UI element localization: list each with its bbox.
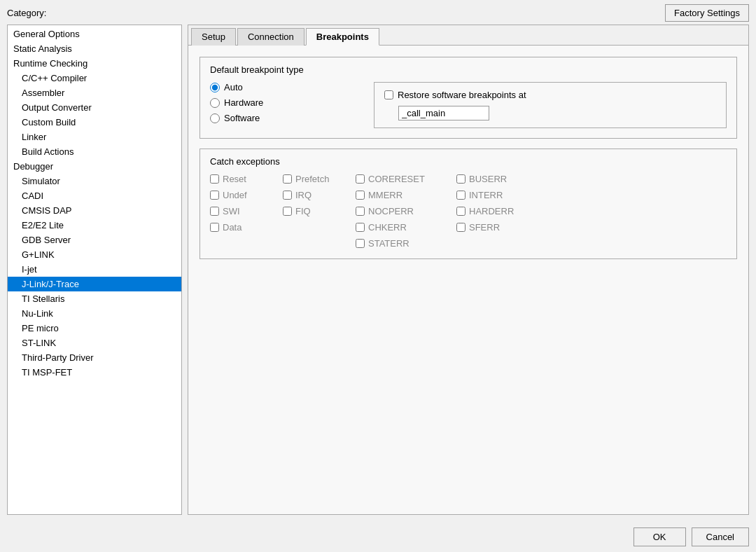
- sidebar-item-third-party-driver[interactable]: Third-Party Driver: [8, 350, 181, 365]
- radio-auto-label: Auto: [224, 82, 243, 92]
- sidebar-item-i-jet[interactable]: I-jet: [8, 262, 181, 277]
- sidebar-item-custom-build[interactable]: Custom Build: [8, 115, 181, 130]
- check-interr-input[interactable]: [456, 191, 465, 200]
- check-reset-input[interactable]: [210, 174, 219, 184]
- check-swi[interactable]: SWI: [210, 206, 280, 216]
- check-sferr-input[interactable]: [456, 223, 465, 232]
- sidebar-item-ti-msp-fet[interactable]: TI MSP-FET: [8, 365, 181, 380]
- check-fiq-input[interactable]: [283, 207, 292, 216]
- check-buserr[interactable]: BUSERR: [456, 174, 540, 184]
- check-prefetch-label: Prefetch: [295, 174, 329, 184]
- check-chkerr-input[interactable]: [356, 223, 365, 232]
- tab-setup[interactable]: Setup: [191, 28, 236, 46]
- check-harderr-label: HARDERR: [469, 206, 514, 216]
- sidebar-item-ti-stellaris[interactable]: TI Stellaris: [8, 291, 181, 306]
- sidebar-item-c-cpp-compiler[interactable]: C/C++ Compiler: [8, 71, 181, 85]
- check-buserr-label: BUSERR: [469, 174, 507, 184]
- check-irq-label: IRQ: [295, 190, 312, 200]
- radio-software-label: Software: [224, 113, 260, 123]
- sidebar-item-e2-e2-lite[interactable]: E2/E2 Lite: [8, 218, 181, 233]
- check-sferr[interactable]: SFERR: [456, 222, 540, 233]
- radio-software[interactable]: Software: [210, 113, 364, 123]
- sidebar-item-jlink-jtrace[interactable]: J-Link/J-Trace: [8, 277, 181, 291]
- ok-button[interactable]: OK: [634, 527, 686, 546]
- radio-auto[interactable]: Auto: [210, 82, 364, 92]
- sidebar-item-cadi[interactable]: CADI: [8, 188, 181, 203]
- radio-hardware-label: Hardware: [224, 97, 263, 108]
- bp-left: Auto Hardware Software: [210, 82, 364, 123]
- tab-panel: SetupConnectionBreakpoints Default break…: [188, 25, 749, 515]
- radio-hardware-input[interactable]: [210, 98, 220, 108]
- check-irq-input[interactable]: [283, 191, 292, 200]
- check-staterr-label: STATERR: [368, 238, 410, 249]
- check-mmerr[interactable]: MMERR: [356, 190, 454, 200]
- sidebar-item-runtime-checking[interactable]: Runtime Checking: [8, 56, 181, 71]
- default-bp-section-title: Default breakpoint type: [210, 64, 727, 75]
- sidebar-item-cmsis-dap[interactable]: CMSIS DAP: [8, 203, 181, 218]
- sidebar-item-simulator[interactable]: Simulator: [8, 174, 181, 188]
- radio-auto-input[interactable]: [210, 83, 220, 92]
- radio-hardware[interactable]: Hardware: [210, 97, 364, 108]
- main-content: SetupConnectionBreakpoints Default break…: [188, 25, 749, 515]
- sidebar: General OptionsStatic AnalysisRuntime Ch…: [7, 25, 182, 515]
- radio-group: Auto Hardware Software: [210, 82, 364, 123]
- sidebar-item-linker[interactable]: Linker: [8, 130, 181, 144]
- check-data[interactable]: Data: [210, 222, 280, 233]
- breakpoint-row: Auto Hardware Software: [210, 82, 727, 128]
- check-data-input[interactable]: [210, 223, 219, 232]
- tab-content: Default breakpoint type Auto: [188, 46, 748, 514]
- check-harderr[interactable]: HARDERR: [456, 206, 540, 216]
- sidebar-item-gdb-server[interactable]: GDB Server: [8, 233, 181, 247]
- check-data-label: Data: [223, 222, 241, 233]
- dialog-header: Category: Factory Settings: [0, 0, 756, 25]
- check-swi-label: SWI: [223, 206, 240, 216]
- exceptions-grid: Reset Prefetch CORERESET: [210, 174, 727, 249]
- check-reset-label: Reset: [223, 174, 246, 184]
- sidebar-item-output-converter[interactable]: Output Converter: [8, 100, 181, 115]
- restore-checkbox[interactable]: [384, 90, 393, 99]
- category-label: Category:: [7, 8, 46, 18]
- check-staterr-input[interactable]: [356, 239, 365, 248]
- check-undef-input[interactable]: [210, 191, 219, 200]
- tab-connection[interactable]: Connection: [237, 28, 304, 46]
- sidebar-item-debugger[interactable]: Debugger: [8, 159, 181, 174]
- check-interr-label: INTERR: [469, 190, 503, 200]
- check-reset[interactable]: Reset: [210, 174, 280, 184]
- check-mmerr-input[interactable]: [356, 191, 365, 200]
- check-prefetch-input[interactable]: [283, 174, 292, 184]
- check-undef[interactable]: Undef: [210, 190, 280, 200]
- check-nocperr[interactable]: NOCPERR: [356, 206, 454, 216]
- check-nocperr-input[interactable]: [356, 207, 365, 216]
- sidebar-item-static-analysis[interactable]: Static Analysis: [8, 41, 181, 56]
- sidebar-item-assembler[interactable]: Assembler: [8, 85, 181, 100]
- tab-breakpoints[interactable]: Breakpoints: [306, 28, 379, 46]
- sidebar-item-pe-micro[interactable]: PE micro: [8, 321, 181, 336]
- check-corereset[interactable]: CORERESET: [356, 174, 454, 184]
- cancel-button[interactable]: Cancel: [692, 527, 749, 546]
- check-fiq-label: FIQ: [295, 206, 311, 216]
- factory-settings-button[interactable]: Factory Settings: [665, 4, 749, 22]
- sidebar-item-general-options[interactable]: General Options: [8, 27, 181, 41]
- check-irq[interactable]: IRQ: [283, 190, 353, 200]
- check-staterr[interactable]: STATERR: [356, 238, 454, 249]
- sidebar-list: General OptionsStatic AnalysisRuntime Ch…: [8, 25, 181, 514]
- tabs: SetupConnectionBreakpoints: [188, 25, 748, 46]
- sidebar-item-nu-link[interactable]: Nu-Link: [8, 306, 181, 321]
- restore-input[interactable]: [398, 106, 489, 120]
- sidebar-item-build-actions[interactable]: Build Actions: [8, 144, 181, 159]
- restore-box: Restore software breakpoints at: [374, 82, 727, 128]
- check-interr[interactable]: INTERR: [456, 190, 540, 200]
- check-buserr-input[interactable]: [456, 174, 465, 184]
- dialog: Category: Factory Settings General Optio…: [0, 0, 756, 552]
- check-harderr-input[interactable]: [456, 207, 465, 216]
- check-chkerr[interactable]: CHKERR: [356, 222, 454, 233]
- sidebar-item-st-link[interactable]: ST-LINK: [8, 336, 181, 350]
- restore-row: Restore software breakpoints at: [384, 90, 716, 100]
- check-swi-input[interactable]: [210, 207, 219, 216]
- check-sferr-label: SFERR: [469, 222, 500, 233]
- check-fiq[interactable]: FIQ: [283, 206, 353, 216]
- check-corereset-input[interactable]: [356, 174, 365, 184]
- check-prefetch[interactable]: Prefetch: [283, 174, 353, 184]
- radio-software-input[interactable]: [210, 113, 220, 123]
- sidebar-item-g-plus-link[interactable]: G+LINK: [8, 247, 181, 262]
